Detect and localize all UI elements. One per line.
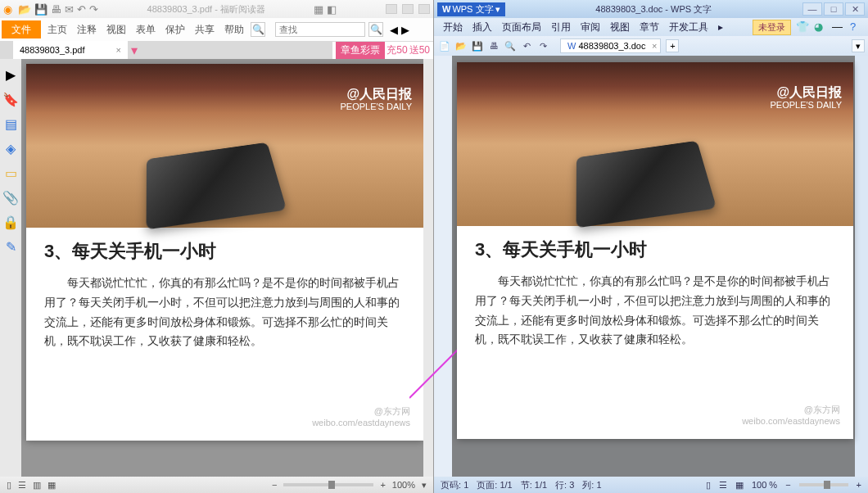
view-mode-contfacing-icon[interactable]: ▦ [47,480,56,491]
article-heading: 3、每天关手机一小时 [44,239,405,264]
vertical-scrollbar[interactable] [855,56,868,477]
tab-close-icon[interactable]: × [652,41,657,51]
tab-list-button[interactable]: ▾ [852,39,865,52]
open-icon[interactable]: 📂 [18,3,31,16]
menu-section[interactable]: 章节 [635,20,663,34]
view-mode-facing-icon[interactable]: ▥ [33,480,41,491]
menu-more-icon[interactable]: ▸ [714,21,727,33]
open-icon[interactable]: 📂 [454,38,468,53]
wps-statusbar: 页码: 1 页面: 1/1 节: 1/1 行: 3 列: 1 ▯ ☰ ▦ 100… [434,477,868,493]
zoom-slider[interactable] [799,483,848,486]
maximize-button[interactable]: □ [824,2,843,16]
ribbon-comment[interactable]: 注释 [74,23,100,37]
menu-review[interactable]: 审阅 [576,20,604,34]
menu-insert[interactable]: 插入 [468,20,496,34]
ribbon-protect[interactable]: 保护 [162,23,188,37]
weibo-source: @东方网 weibo.com/eastdaynews [312,405,410,427]
print-icon[interactable]: 🖶 [51,3,61,16]
search-button-icon[interactable]: 🔍 [368,22,383,37]
redo-icon[interactable]: ↷ [536,38,550,53]
save-icon[interactable]: 💾 [470,38,485,53]
close-button[interactable] [418,4,430,14]
new-icon[interactable]: 📄 [437,38,452,53]
menu-view[interactable]: 视图 [606,20,634,34]
view-print-icon[interactable]: ▯ [706,480,711,491]
foxit-document-area[interactable]: @人民日报 PEOPLE'S DAILY 3、每天关手机一小时 每天都说忙忙忙，… [21,59,433,477]
help-icon[interactable]: ? [850,20,863,34]
menu-home[interactable]: 开始 [439,20,467,34]
new-tab-button[interactable]: + [666,39,679,52]
undo-icon[interactable]: ↶ [519,38,534,53]
minimize-button[interactable]: ― [802,2,822,16]
zoom-value[interactable]: 100 % [752,480,777,490]
prev-result-icon[interactable]: ◀ [390,24,398,36]
promo-charge: 充50 [387,43,407,57]
save-icon[interactable]: 💾 [34,3,47,16]
zoom-value[interactable]: 100% [392,480,415,490]
preview-icon[interactable]: 🔍 [503,38,518,53]
article-content: 3、每天关手机一小时 每天都说忙忙忙，你真的有那么忙吗？是不是你的时间都被手机占… [26,228,423,363]
pages-icon[interactable]: ▤ [3,116,18,131]
wps-document-area[interactable]: @人民日报 PEOPLE'S DAILY 3、每天关手机一小时 每天都说忙忙忙，… [434,56,868,477]
minimize-button[interactable] [386,4,397,14]
menu-devtools[interactable]: 开发工具 [665,20,712,34]
bookmark-icon[interactable]: 🔖 [3,92,18,106]
login-button[interactable]: 未登录 [753,20,791,35]
feedback-icon[interactable]: ◕ [814,20,827,34]
foxit-body: ▶ 🔖 ▤ ◈ ▭ 📎 🔒 ✎ @人民日报 PEOPLE'S DAILY 3、每… [0,59,433,477]
pdf-page: @人民日报 PEOPLE'S DAILY 3、每天关手机一小时 每天都说忙忙忙，… [26,64,423,441]
collapse-icon[interactable]: ▶ [3,67,18,82]
comments-icon[interactable]: ▭ [3,165,18,180]
wps-menubar: 开始 插入 页面布局 引用 审阅 视图 章节 开发工具 ▸ 未登录 👕 ◕ ― … [434,18,868,36]
ribbon-view[interactable]: 视图 [103,23,129,37]
document-tab[interactable]: 48839803_3.pdf × [13,41,128,59]
search-toggle-icon[interactable]: 🔍 [251,22,265,37]
vertical-ruler[interactable] [434,56,452,477]
zoom-out-icon[interactable]: − [272,480,277,490]
wps-app-tag[interactable]: W WPS 文字 ▾ [437,2,505,16]
ribbon-form[interactable]: 表单 [133,23,159,37]
next-result-icon[interactable]: ▶ [401,24,409,36]
article-photo: @人民日报 PEOPLE'S DAILY [26,64,423,228]
min-ribbon-icon[interactable]: ― [832,20,845,34]
ribbon-help[interactable]: 帮助 [221,23,247,37]
foxit-titlebar: ◉ 📂 💾 🖶 ✉ ↶ ↷ 48839803_3.pdf - 福昕阅读器 ▦ ◧ [0,0,433,18]
view-mode-cont-icon[interactable]: ☰ [18,480,26,491]
signature-icon[interactable]: ✎ [3,239,18,254]
search-input[interactable] [275,22,365,37]
email-icon[interactable]: ✉ [65,3,74,16]
tab-close-icon[interactable]: × [116,45,121,55]
view-web-icon[interactable]: ▦ [735,480,744,491]
foxit-ribbon: 文件 主页 注释 视图 表单 保护 共享 帮助 🔍 🔍 ◀ ▶ [0,18,433,41]
ribbon-share[interactable]: 共享 [192,23,218,37]
zoom-slider[interactable] [283,483,373,486]
foxit-tabbar: 48839803_3.pdf × ▾ 章鱼彩票 充50 送50 [0,41,433,59]
print-icon[interactable]: 🖶 [486,38,501,53]
maximize-button[interactable] [402,4,414,14]
tab-dropdown-icon[interactable]: ▾ [131,43,138,58]
redo-icon[interactable]: ↷ [89,3,98,16]
view-outline-icon[interactable]: ☰ [719,480,727,491]
menu-reference[interactable]: 引用 [547,20,575,34]
security-icon[interactable]: 🔒 [3,215,18,229]
view-mode-single-icon[interactable]: ▯ [7,480,11,491]
ribbon-home[interactable]: 主页 [44,23,70,37]
file-button[interactable]: 文件 [2,20,41,38]
layers-icon[interactable]: ◈ [3,141,18,156]
zoom-dropdown-icon[interactable]: ▾ [422,480,427,491]
zoom-in-icon[interactable]: + [857,480,861,490]
undo-icon[interactable]: ↶ [77,3,86,16]
qr-icon[interactable]: ▦ [314,3,323,16]
wps-document-tab[interactable]: W 48839803_3.doc × [560,38,661,53]
skin-icon[interactable]: 👕 [796,20,809,34]
wps-writer-window: W WPS 文字 ▾ 48839803_3.doc - WPS 文字 ― □ ✕… [434,0,868,493]
vertical-scrollbar[interactable] [423,59,433,477]
app-icon: ◉ [3,3,15,15]
menu-layout[interactable]: 页面布局 [498,20,545,34]
attachments-icon[interactable]: 📎 [3,190,18,205]
promo-banner[interactable]: 章鱼彩票 充50 送50 [332,42,433,59]
zoom-in-icon[interactable]: + [380,480,385,490]
skin-icon[interactable]: ◧ [327,3,337,16]
zoom-out-icon[interactable]: − [785,480,790,490]
close-button[interactable]: ✕ [845,2,865,16]
